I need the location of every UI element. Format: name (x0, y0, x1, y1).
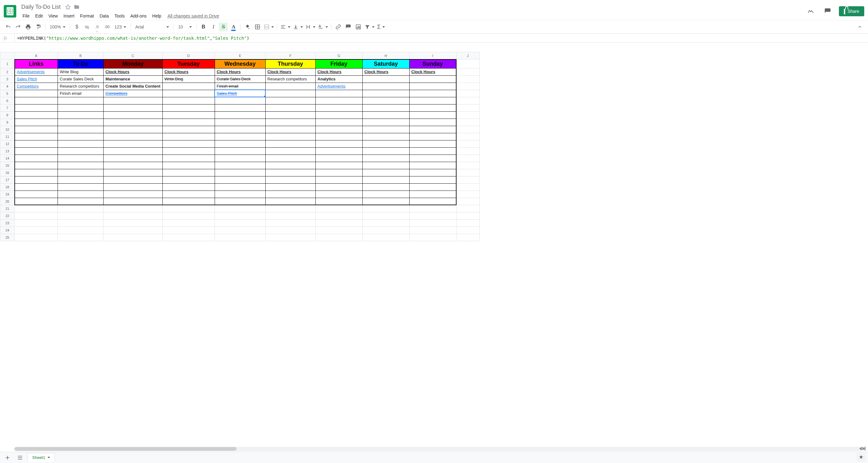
bold-button[interactable]: B (199, 23, 208, 31)
undo-button[interactable] (4, 23, 12, 31)
text-rotation-button[interactable] (317, 23, 329, 31)
insert-comment-button[interactable] (344, 23, 353, 31)
caret-down-icon (271, 26, 274, 28)
text-color-button[interactable]: A (229, 23, 238, 31)
insert-chart-button[interactable] (354, 23, 363, 31)
title-bar: Daily To-Do List File Edit View Insert F… (0, 0, 868, 20)
menu-insert[interactable]: Insert (61, 12, 77, 20)
more-formats-select[interactable]: 123 (113, 23, 128, 31)
caret-down-icon (288, 26, 290, 28)
print-button[interactable] (24, 23, 33, 31)
text-wrap-button[interactable] (305, 23, 316, 31)
zoom-select[interactable]: 100% (48, 23, 67, 31)
menu-edit[interactable]: Edit (33, 12, 45, 20)
insert-link-button[interactable] (334, 23, 343, 31)
menu-bar: File Edit View Insert Format Data Tools … (20, 12, 805, 20)
italic-button[interactable]: I (209, 23, 218, 31)
star-icon[interactable] (65, 4, 71, 10)
functions-button[interactable]: Σ (376, 23, 385, 31)
fill-color-button[interactable] (243, 23, 252, 31)
paint-format-button[interactable] (34, 23, 42, 31)
borders-button[interactable] (253, 23, 262, 31)
share-button[interactable]: Share (839, 6, 864, 16)
format-percent-button[interactable]: % (83, 23, 91, 31)
increase-decimal-button[interactable]: .00 (103, 23, 112, 31)
menu-help[interactable]: Help (150, 12, 164, 20)
caret-down-icon (300, 26, 303, 28)
toolbar: 100% $ % .0_ .00 123 Arial 10 B I S A Σ (0, 20, 868, 34)
caret-down-icon (313, 26, 315, 28)
caret-down-icon (63, 26, 65, 28)
svg-rect-3 (357, 27, 358, 28)
fx-icon: fx (4, 36, 14, 41)
caret-down-icon (166, 26, 169, 28)
share-label: Share (848, 9, 859, 14)
collapse-toolbar-button[interactable] (856, 23, 864, 31)
font-size-select[interactable]: 10 (176, 23, 194, 31)
merge-cells-button[interactable] (263, 23, 274, 31)
font-family-select[interactable]: Arial (133, 23, 171, 31)
filter-button[interactable] (364, 23, 375, 31)
comments-icon[interactable] (822, 6, 833, 17)
format-currency-button[interactable]: $ (72, 23, 81, 31)
menu-view[interactable]: View (46, 12, 60, 20)
strikethrough-button[interactable]: S (219, 23, 228, 31)
svg-rect-4 (358, 26, 359, 28)
menu-format[interactable]: Format (78, 12, 96, 20)
sheets-logo[interactable] (4, 5, 16, 18)
save-status[interactable]: All changes saved in Drive (167, 13, 219, 19)
menu-addons[interactable]: Add-ons (128, 12, 149, 20)
caret-down-icon (382, 26, 385, 28)
menu-data[interactable]: Data (97, 12, 112, 20)
horizontal-align-button[interactable] (280, 23, 291, 31)
menu-file[interactable]: File (20, 12, 32, 20)
document-title[interactable]: Daily To-Do List (20, 3, 62, 11)
redo-button[interactable] (14, 23, 23, 31)
activity-icon[interactable] (805, 6, 816, 17)
formula-bar: fx =HYPERLINK("https://www.wordhippo.com… (0, 34, 868, 42)
menu-tools[interactable]: Tools (112, 12, 127, 20)
lock-icon (844, 9, 845, 14)
svg-rect-5 (359, 27, 360, 28)
caret-down-icon (124, 26, 126, 28)
decrease-decimal-button[interactable]: .0_ (93, 23, 101, 31)
caret-down-icon (189, 26, 192, 28)
caret-down-icon (372, 26, 375, 28)
formula-input[interactable]: =HYPERLINK("https://www.wordhippo.com/wh… (14, 34, 868, 42)
vertical-align-button[interactable] (292, 23, 304, 31)
folder-icon[interactable] (74, 4, 80, 10)
caret-down-icon (326, 26, 328, 28)
